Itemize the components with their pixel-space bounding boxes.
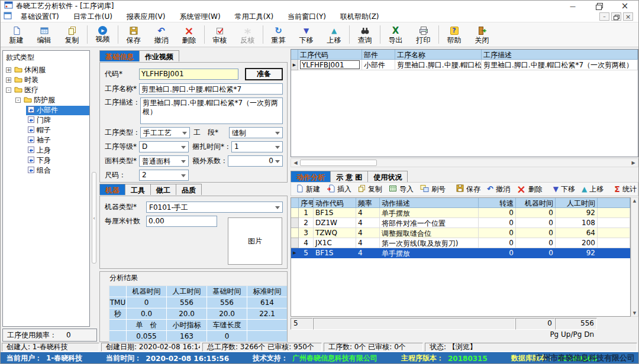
action-row[interactable]: 3 TZWQ 4 调整握取缝合位 0 0 64 <box>291 228 630 238</box>
video-button[interactable]: 视频 <box>89 23 117 46</box>
col-process-code[interactable]: 工序代码 <box>298 50 362 60</box>
tree-item-combination[interactable]: 组合 <box>5 165 89 176</box>
tree-item-upper-body[interactable]: 上身 <box>5 145 89 155</box>
action-save-button[interactable]: 保存 <box>453 184 483 195</box>
scroll-left-icon[interactable]: ◀ <box>291 159 300 167</box>
tab-workmanship[interactable]: 做工 <box>151 184 176 195</box>
col-process-desc[interactable]: 工序描述 <box>482 50 638 60</box>
new-button[interactable]: 新建 <box>2 23 30 46</box>
expander-icon[interactable]: - <box>6 87 11 93</box>
tab-action-analysis[interactable]: 动作分析 <box>291 171 331 182</box>
query-button[interactable]: 查询 <box>351 23 379 46</box>
splitter-collapse-handle[interactable] <box>92 172 96 264</box>
expander-icon[interactable]: - <box>15 98 21 103</box>
tree-item-protective[interactable]: -防护服 <box>5 95 89 105</box>
col-seq[interactable]: 序号 <box>299 198 314 208</box>
recalculate-button[interactable]: 重算 <box>264 23 292 46</box>
mdi-minimize-icon[interactable] <box>599 12 609 21</box>
delete-button[interactable]: 删除 <box>175 23 203 46</box>
action-renumber-button[interactable]: 刷号 <box>417 184 448 195</box>
copy-button[interactable]: 复制 <box>58 23 86 46</box>
tree-item-sleeve[interactable]: 袖子 <box>5 135 89 145</box>
process-name-input[interactable]: 剪里袖口.脚口.中腰.帽口松紧*7 <box>139 83 283 95</box>
mdi-restore-icon[interactable] <box>611 12 621 21</box>
action-copy-button[interactable]: 复制 <box>355 184 385 195</box>
process-desc-input[interactable]: 剪里袖口.脚口.中腰.帽口松紧*7（一次剪两根） <box>140 98 283 124</box>
action-insert-button[interactable]: 插入 <box>324 184 354 195</box>
close-window-button[interactable]: 关闭 <box>468 23 496 46</box>
grade-select[interactable]: D <box>139 141 189 152</box>
action-move-down-button[interactable]: 下移 <box>550 184 578 195</box>
menu-daily-work[interactable]: 日常工作(U) <box>68 11 118 22</box>
stage-select[interactable]: 缝制 <box>229 127 283 138</box>
tab-tool[interactable]: 工具 <box>125 184 151 195</box>
move-down-button[interactable]: 下移 <box>292 23 320 46</box>
tree-item-fashion[interactable]: +时装 <box>5 75 89 85</box>
ready-button[interactable]: 准备 <box>245 68 283 80</box>
menu-reports[interactable]: 报表应用(V) <box>121 11 171 22</box>
tab-quality[interactable]: 品质 <box>176 184 202 195</box>
tree-item-small-parts[interactable]: 小部件 <box>5 105 89 115</box>
tab-machine[interactable]: 机器 <box>99 184 125 195</box>
tree-item-door-tag[interactable]: 门牌 <box>5 115 89 125</box>
process-list-hscrollbar[interactable]: ◀ ▶ <box>291 158 638 167</box>
edit-button[interactable]: 编辑 <box>30 23 58 46</box>
scrollbar-thumb[interactable] <box>300 160 377 166</box>
save-button[interactable]: 保存 <box>120 23 147 46</box>
scroll-right-icon[interactable]: ▶ <box>629 159 638 167</box>
menu-tools[interactable]: 常用工具(X) <box>230 11 279 22</box>
move-up-button[interactable]: 上移 <box>320 23 348 46</box>
col-machine-time[interactable]: 机器时间 <box>516 198 556 208</box>
close-icon[interactable] <box>621 2 629 10</box>
scroll-up-icon[interactable]: ▲ <box>633 199 636 203</box>
restore-icon[interactable] <box>595 2 603 10</box>
action-row[interactable]: 4 JX1C 4 第一次剪线(取及放剪刀) 0 0 200 <box>291 238 630 248</box>
menu-system[interactable]: 系统管理(W) <box>174 11 225 22</box>
action-table-vscrollbar[interactable]: ▲▼ <box>631 197 638 317</box>
size-select[interactable]: 2 <box>139 170 189 181</box>
col-labor-time[interactable]: 人工时间 <box>556 198 598 208</box>
extra-factor-select[interactable]: 0 <box>228 155 283 167</box>
expander-icon[interactable]: + <box>6 77 11 83</box>
tree-item-hat[interactable]: 帽子 <box>5 125 89 135</box>
tab-diagram[interactable]: 示 意 图 <box>331 171 368 182</box>
action-delete-button[interactable]: 删除 <box>514 184 546 195</box>
machine-type-select[interactable]: F0101-手工 <box>146 202 283 213</box>
undo-button[interactable]: 撤消 <box>147 23 175 46</box>
minimize-icon[interactable] <box>569 2 577 10</box>
menu-help[interactable]: 联机帮助(Z) <box>335 11 385 22</box>
tree-item-lower-body[interactable]: 下身 <box>5 155 89 165</box>
code-input[interactable]: YLFHFBJ001 <box>139 69 238 80</box>
process-row[interactable]: YLFHFBJ001 小部件 剪里袖口.脚口.中腰.帽口松紧*7 剪里袖口.脚口… <box>291 60 638 70</box>
stitch-density-input[interactable]: 0.00 <box>146 216 217 227</box>
action-move-up-button[interactable]: 上移 <box>579 184 606 195</box>
col-frequency[interactable]: 频率 <box>356 198 380 208</box>
fabric-type-select[interactable]: 普通面料 <box>139 155 189 167</box>
action-new-button[interactable]: 新建 <box>293 184 323 195</box>
process-type-select[interactable]: 手工工艺 <box>140 127 190 138</box>
process-desc-cell[interactable]: 剪里袖口.脚口.中腰.帽口松紧*7（一次剪两根） <box>482 60 638 70</box>
col-action-desc[interactable]: 动作描述 <box>380 198 479 208</box>
process-name-cell[interactable]: 剪里袖口.脚口.中腰.帽口松紧*7 <box>395 60 482 70</box>
export-button[interactable]: 导出 <box>382 23 409 46</box>
col-part[interactable]: 部件 <box>362 50 395 60</box>
mdi-close-icon[interactable] <box>623 12 633 21</box>
action-undo-button[interactable]: 撤消 <box>484 184 513 195</box>
action-row[interactable]: 1 BF1S 4 单手摆放 0 0 92 <box>291 208 630 218</box>
bundle-time-select[interactable]: 1 <box>231 141 283 152</box>
menu-basic-settings[interactable]: 基础设置(T) <box>15 11 64 22</box>
menu-current-window[interactable]: 当前窗口(Y) <box>282 11 331 22</box>
expander-icon[interactable]: + <box>6 67 11 73</box>
print-button[interactable]: 打印 <box>409 23 437 46</box>
part-cell[interactable]: 小部件 <box>362 60 395 70</box>
process-code-cell[interactable]: YLFHFBJ001 <box>300 60 360 69</box>
action-row-selected[interactable]: 5 BF1S 4 单手摆放 0 0 92 <box>291 248 630 258</box>
tree-item-medical[interactable]: -医疗 <box>5 85 89 95</box>
col-process-name[interactable]: 工序名称 <box>395 50 482 60</box>
action-import-button[interactable]: 导入 <box>386 184 417 195</box>
action-statistics-button[interactable]: 统计 <box>611 184 639 195</box>
tab-basic-info[interactable]: 基础信息 <box>99 50 140 61</box>
col-action-code[interactable]: 动作代码 <box>314 198 356 208</box>
action-row[interactable]: 2 DZ1W 4 将部件对准一个位置 0 0 108 <box>291 218 630 228</box>
tree-item-casual[interactable]: +休闲服 <box>5 65 89 75</box>
